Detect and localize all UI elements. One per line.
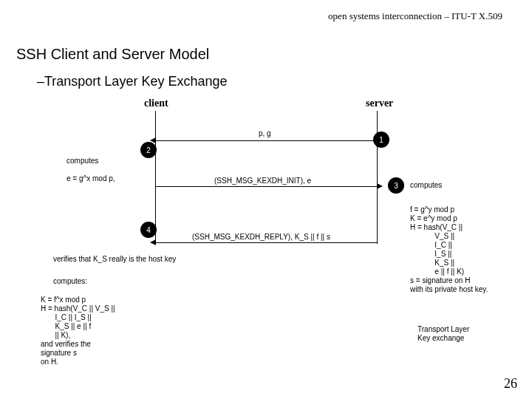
step-1-dot: 1	[373, 132, 389, 148]
server-label: server	[366, 98, 393, 109]
client-computes-label: computes:	[53, 277, 87, 286]
client-compute-e: computes e = g^x mod p,	[66, 157, 115, 183]
step-2-dot: 2	[140, 142, 157, 158]
client-label: client	[144, 98, 168, 109]
step-4-num: 4	[146, 226, 151, 234]
msg-3-label: (SSH_MSG_KEXDH_REPLY), K_S || f || s	[192, 233, 330, 241]
page-subtitle: Transport Layer Key Exchange	[44, 74, 227, 89]
header-right: open systems interconnection – ITU-T X.5…	[328, 10, 502, 22]
server-computes-label: computes	[410, 181, 442, 190]
caption: Transport Layer Key exchange	[417, 325, 469, 343]
step-3-dot: 3	[388, 177, 404, 194]
client-lifeline	[155, 111, 156, 244]
arrow-3-head	[150, 239, 156, 245]
client-verify-note: verifies that K_S really is the host key	[53, 255, 176, 264]
msg-1-label: p, g	[259, 129, 271, 137]
page-title: SSH Client and Server Model	[16, 46, 209, 63]
arrow-1	[155, 140, 377, 141]
arrow-2-head	[377, 183, 383, 189]
client-compute-block: K = f^x mod p H = hash(V_C || V_S || I_C…	[41, 296, 115, 366]
arrow-3	[155, 242, 377, 243]
server-lifeline	[377, 111, 378, 244]
step-3-num: 3	[394, 182, 398, 190]
subtitle-dash: –	[37, 74, 44, 89]
page-number: 26	[504, 376, 517, 392]
arrow-2	[155, 186, 377, 187]
msg-2-label: (SSH_MSG_KEXDH_INIT), e	[214, 177, 311, 185]
step-2-num: 2	[146, 146, 151, 154]
server-compute-block: f = g^y mod p K = e^y mod p H = hash(V_C…	[410, 205, 488, 294]
step-1-num: 1	[379, 136, 383, 144]
step-4-dot: 4	[140, 222, 157, 238]
